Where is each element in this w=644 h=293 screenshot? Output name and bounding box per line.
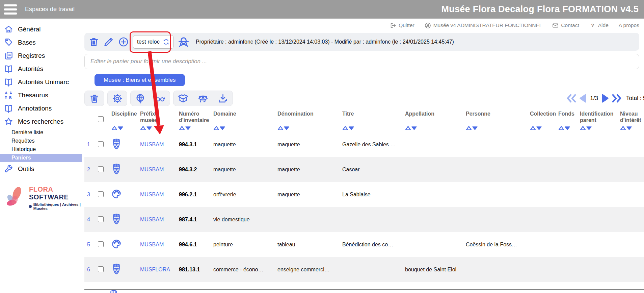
sort-arrows-icon[interactable] (580, 126, 592, 130)
open-box-icon[interactable] (178, 93, 188, 104)
basket-description-input[interactable] (84, 54, 639, 69)
eye-of-horus-icon[interactable] (198, 93, 208, 104)
incognito-icon[interactable] (178, 36, 190, 48)
row-number-link[interactable]: 3 (87, 192, 90, 197)
utilbar-link-mus-e-v4-administrateur-fonctionnel[interactable]: Musée v4 ADMINISTRATEUR FONCTIONNEL (425, 22, 542, 29)
sidebar-item-thesaurus[interactable]: ABThesaurus (0, 89, 82, 102)
sort-arrows-icon[interactable] (213, 126, 225, 130)
logo-tagline: Bibliothèques | Archives | Musées (29, 202, 82, 211)
utilbar-link-aide[interactable]: ?Aide (589, 22, 609, 29)
cell-numero: 994.6.1 (176, 242, 211, 248)
row-number-link[interactable]: 1 (84, 142, 95, 148)
table-bottom-divider (84, 289, 644, 290)
row-number-link[interactable]: 4 (87, 217, 90, 222)
cell-prefixe[interactable]: MUSFLORA (137, 267, 176, 273)
row-checkbox[interactable] (98, 166, 104, 172)
select-all-checkbox[interactable] (98, 116, 104, 122)
flora-software-logo: FLORA SOFTWARE Bibliothèques | Archives … (4, 186, 82, 211)
table-row: 3MUSBAM996.2.1orfèvreriemaquetteLa Sabla… (84, 182, 644, 207)
refresh-icon[interactable] (163, 39, 169, 45)
column-header-label: Discipline (111, 111, 137, 117)
row-checkbox[interactable] (98, 266, 104, 272)
gear-icon[interactable] (112, 93, 123, 104)
sort-arrows-icon[interactable] (140, 126, 152, 130)
sort-arrows-icon[interactable] (466, 126, 478, 130)
utilbar-link-contact[interactable]: Contact (552, 22, 579, 29)
chevron-double-right-icon[interactable] (612, 94, 622, 103)
utilbar-link-label: Contact (561, 22, 579, 28)
triangle-left-icon[interactable] (579, 94, 587, 103)
sidebar-item-mes-recherches[interactable]: Mes recherches (0, 115, 82, 128)
tab-musee-biens-et-ensembles[interactable]: Musée : Biens et ensembles (95, 74, 185, 86)
discipline-cell (109, 139, 137, 151)
toolbar-button-group (130, 91, 170, 106)
utilbar-link-a-propos[interactable]: A propos (619, 22, 639, 28)
sidebar-subitem-paniers[interactable]: Paniers (0, 154, 82, 162)
header-num-spacer (84, 107, 95, 132)
row-checkbox-cell (95, 141, 109, 148)
triangle-right-icon[interactable] (601, 94, 609, 103)
cell-numero: 994.3.1 (176, 142, 211, 148)
sidebar-subitem-requ-tes[interactable]: Requêtes (0, 137, 82, 145)
row-number-link[interactable]: 5 (87, 242, 90, 247)
discipline-cell (109, 214, 137, 226)
house-icon (4, 25, 13, 34)
sort-arrows-icon[interactable] (342, 126, 354, 130)
hamburger-menu-icon[interactable] (4, 4, 17, 15)
cell-prefixe[interactable]: MUSBAM (137, 217, 176, 223)
sidebar-item-annotations[interactable]: Annotations (0, 102, 82, 115)
cell-prefixe[interactable]: MUSBAM (137, 142, 176, 148)
app-title: Musée Flora Decalog Flora FORMATION v4.5 (441, 4, 639, 15)
row-number-link[interactable]: 2 (87, 167, 90, 172)
add-circle-icon[interactable] (118, 36, 129, 47)
row-number-link[interactable]: 4 (84, 217, 95, 223)
sort-arrows-icon[interactable] (530, 126, 542, 130)
column-header-label: Appellation (405, 111, 462, 117)
row-checkbox-cell (95, 266, 109, 273)
trash-icon[interactable] (88, 36, 99, 47)
sidebar-subitem-derni-re-liste[interactable]: Dernière liste (0, 128, 82, 137)
row-checkbox[interactable] (98, 241, 104, 247)
row-number-link[interactable]: 3 (84, 192, 95, 198)
sort-arrows-icon[interactable] (558, 126, 570, 130)
sort-arrows-icon[interactable] (620, 126, 632, 130)
trash-icon[interactable] (89, 93, 100, 104)
sort-arrows-icon[interactable] (111, 126, 124, 130)
download-icon[interactable] (218, 93, 228, 104)
select-all-checkbox[interactable] (95, 107, 109, 132)
workspace-label: Espaces de travail (25, 6, 75, 13)
cell-prefixe[interactable]: MUSBAM (137, 192, 176, 198)
basket-name-box[interactable]: test reloc (133, 35, 173, 49)
sidebar-item-outils[interactable]: Outils (0, 162, 82, 175)
sidebar-item-autorit-s[interactable]: Autorités (0, 62, 82, 75)
row-number-link[interactable]: 5 (84, 242, 95, 248)
sidebar-item-g-n-ral[interactable]: Général (0, 23, 82, 36)
chevron-double-left-icon[interactable] (566, 94, 576, 103)
globe-upload-icon[interactable] (135, 93, 145, 104)
sort-arrows-icon[interactable] (179, 126, 191, 130)
pencil-icon[interactable] (103, 36, 114, 47)
row-number-link[interactable]: 1 (87, 142, 90, 147)
sort-arrows-icon[interactable] (405, 126, 417, 130)
row-number-link[interactable]: 6 (87, 267, 90, 272)
cell-prefixe[interactable]: MUSBAM (137, 167, 176, 173)
row-checkbox[interactable] (98, 141, 104, 147)
row-number-link[interactable]: 6 (84, 267, 95, 273)
row-number-link[interactable]: 2 (84, 167, 95, 173)
sidebar-subitem-historique[interactable]: Historique (0, 145, 82, 153)
utilbar-link-quitter[interactable]: Quitter (390, 22, 414, 29)
utilbar-link-label: Quitter (399, 22, 414, 28)
row-checkbox[interactable] (98, 216, 104, 222)
cell-prefixe[interactable]: MUSBAM (137, 242, 176, 248)
cell-denomination: tableau (275, 242, 340, 248)
sidebar-item-bases[interactable]: Bases (0, 36, 82, 49)
sidebar-item-autorit-s-unimarc[interactable]: Autorités Unimarc (0, 75, 82, 89)
glasses-icon[interactable] (155, 93, 165, 104)
row-checkbox[interactable] (98, 191, 104, 197)
cell-titre: La Sablaise (340, 192, 402, 198)
discipline-cell (109, 189, 137, 201)
sort-arrows-icon[interactable] (277, 126, 290, 130)
table-header: DisciplinePréfixe muséeNuméro d'inventai… (84, 107, 644, 132)
cell-personne: Coëssin de la Foss… (463, 242, 527, 248)
sidebar-item-registres[interactable]: Registres (0, 49, 82, 62)
